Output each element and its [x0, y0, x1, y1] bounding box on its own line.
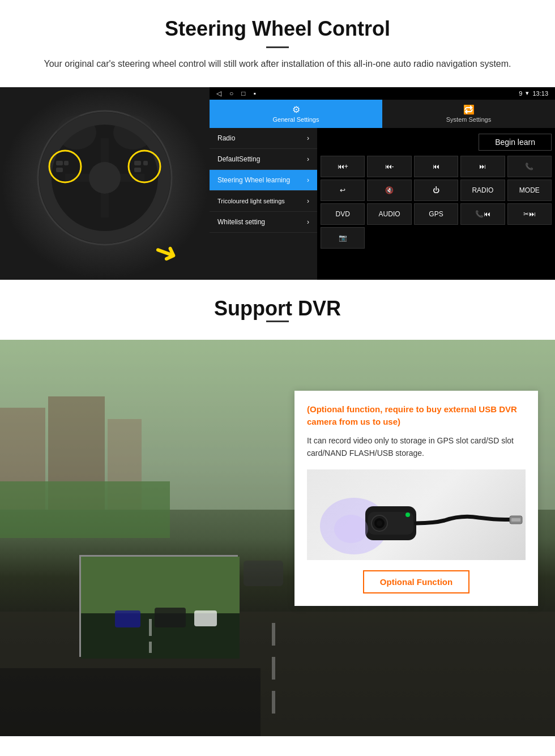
svg-point-44 [405, 512, 410, 517]
dvr-description: It can record video only to storage in G… [307, 434, 526, 460]
svg-rect-21 [272, 623, 275, 646]
steering-section: Steering Wheel Control Your original car… [0, 0, 555, 280]
optional-function-wrapper: Optional Function [307, 570, 526, 593]
ctrl-btn-audio[interactable]: AUDIO [367, 203, 411, 225]
dvr-header-wrapper: Support DVR [0, 280, 555, 340]
ctrl-btn-back[interactable]: ↩ [321, 180, 365, 201]
svg-rect-35 [115, 610, 140, 627]
svg-point-4 [89, 162, 121, 194]
ctrl-btn-power[interactable]: ⏻ [414, 180, 458, 201]
android-ui: ◁ ○ □ ▪ 9 ▾ 13:13 ⚙ General Settings [210, 87, 555, 280]
svg-point-43 [377, 520, 382, 526]
ctrl-btn-next[interactable]: ⏭ [460, 156, 505, 177]
power-icon: ⏻ [433, 186, 439, 194]
menu-item-whitelist[interactable]: Whitelist setting › [210, 212, 317, 233]
ctrl-btn-phone-prev[interactable]: 📞⏮ [460, 203, 505, 225]
menu-item-steering-learning[interactable]: Steering Wheel learning › [210, 170, 317, 191]
section-header-steering: Steering Wheel Control Your original car… [0, 0, 555, 77]
dvd-label: DVD [336, 210, 350, 218]
ctrl-btn-camera[interactable]: 📷 [321, 227, 365, 249]
tab-system-settings[interactable]: 🔁 System Settings [382, 100, 555, 128]
dvr-optional-text: (Optional function, require to buy exter… [307, 403, 526, 429]
wifi-icon: ▾ [526, 89, 529, 97]
dvr-section: Support DVR [0, 280, 555, 736]
chevron-icon-radio: › [307, 134, 309, 142]
menu-item-defaultsetting[interactable]: DefaultSetting › [210, 149, 317, 170]
status-icons: 9 ▾ 13:13 [519, 89, 548, 97]
dvr-info-card: (Optional function, require to buy exter… [294, 391, 538, 606]
back-call-icon: ↩ [340, 186, 345, 194]
ctrl-btn-cut-next[interactable]: ✂⏭ [507, 203, 552, 225]
chevron-icon-default: › [307, 155, 309, 163]
control-buttons-grid: ⏮+ ⏮- ⏮ ⏭ 📞 ↩ 🔇 ⏻ RADIO MODE DVD AUDIO G… [321, 156, 552, 249]
steering-photo: ➜ [0, 87, 210, 280]
audio-label: AUDIO [379, 210, 400, 218]
home-icon: ○ [229, 89, 233, 97]
begin-learn-button[interactable]: Begin learn [479, 134, 552, 151]
nav-icons: ◁ ○ □ ▪ [216, 89, 256, 97]
svg-rect-25 [244, 561, 283, 586]
chevron-icon-steering: › [307, 176, 309, 184]
svg-rect-8 [64, 161, 69, 165]
menu-item-tricoloured[interactable]: Tricoloured light settings › [210, 191, 317, 212]
signal-icon: 9 [519, 90, 522, 97]
ctrl-btn-dvd[interactable]: DVD [321, 203, 365, 225]
ctrl-btn-vol-down[interactable]: ⏮- [367, 156, 411, 177]
tab-general-settings[interactable]: ⚙ General Settings [210, 100, 382, 128]
prev-icon: ⏮ [433, 163, 439, 170]
time-display: 13:13 [532, 90, 548, 97]
next-icon: ⏭ [479, 163, 486, 170]
system-settings-label: System Settings [446, 116, 491, 123]
menu-icon: ▪ [254, 89, 256, 97]
chevron-icon-tricoloured: › [307, 197, 309, 205]
vol-up-icon: ⏮+ [338, 163, 348, 170]
begin-learn-row: Begin learn [321, 131, 552, 153]
dvr-title: Support DVR [34, 297, 521, 321]
svg-rect-11 [143, 161, 148, 165]
svg-rect-9 [56, 168, 63, 172]
right-control-panel: Begin learn ⏮+ ⏮- ⏮ ⏭ 📞 ↩ 🔇 ⏻ RADIO MODE [317, 128, 555, 280]
ctrl-btn-radio[interactable]: RADIO [460, 180, 505, 201]
steering-description: Your original car's steering wheel contr… [34, 57, 521, 71]
svg-rect-19 [0, 481, 170, 538]
preview-svg [81, 557, 240, 659]
left-menu: Radio › DefaultSetting › Steering Wheel … [210, 128, 317, 280]
camera-preview-inset [79, 555, 238, 657]
svg-point-14 [113, 116, 153, 150]
svg-point-13 [57, 116, 96, 150]
phone-icon: 📞 [525, 163, 533, 170]
camera-svg [309, 469, 524, 560]
steering-wheel-svg [31, 104, 178, 251]
steering-title: Steering Wheel Control [34, 17, 521, 41]
ctrl-btn-phone[interactable]: 📞 [507, 156, 552, 177]
optional-function-button[interactable]: Optional Function [363, 570, 469, 593]
ctrl-btn-gps[interactable]: GPS [414, 203, 458, 225]
svg-rect-36 [155, 608, 186, 627]
screenshot-wrapper: ➜ ◁ ○ □ ▪ 9 ▾ 13:13 [0, 87, 555, 280]
mute-icon: 🔇 [385, 186, 394, 194]
svg-rect-7 [56, 161, 63, 165]
dvr-header: Support DVR [0, 280, 555, 340]
chevron-icon-whitelist: › [307, 218, 309, 226]
dvr-divider [266, 321, 289, 322]
camera-icon: 📷 [339, 234, 347, 242]
ctrl-btn-prev[interactable]: ⏮ [414, 156, 458, 177]
radio-label: RADIO [472, 186, 493, 194]
menu-item-radio[interactable]: Radio › [210, 128, 317, 149]
steering-photo-bg: ➜ [0, 87, 210, 280]
ctrl-btn-mute[interactable]: 🔇 [367, 180, 411, 201]
svg-rect-23 [272, 691, 275, 714]
wheel-container: ➜ [31, 104, 178, 263]
svg-point-47 [334, 515, 368, 543]
vol-down-icon: ⏮- [385, 163, 394, 170]
svg-rect-37 [194, 610, 217, 626]
svg-rect-34 [149, 642, 152, 653]
ctrl-btn-mode[interactable]: MODE [507, 180, 552, 201]
back-icon: ◁ [216, 89, 221, 97]
ctrl-btn-vol-up[interactable]: ⏮+ [321, 156, 365, 177]
svg-rect-22 [272, 657, 275, 680]
general-settings-icon: ⚙ [292, 104, 300, 115]
android-status-bar: ◁ ○ □ ▪ 9 ▾ 13:13 [210, 87, 555, 100]
android-tabs: ⚙ General Settings 🔁 System Settings [210, 100, 555, 128]
divider-line [266, 46, 289, 48]
